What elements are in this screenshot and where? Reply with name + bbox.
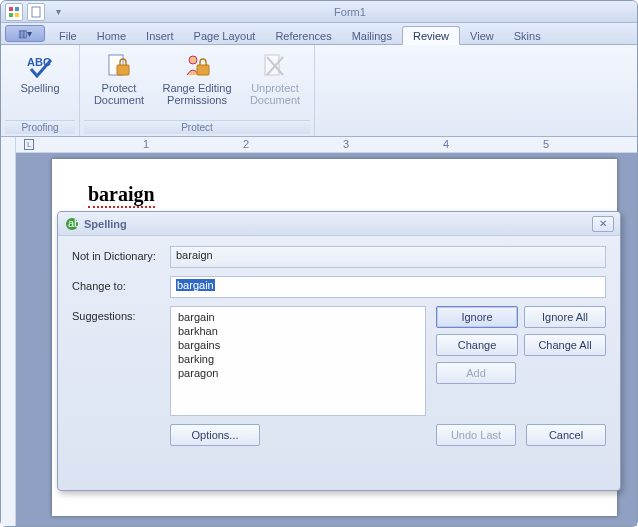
ruler-mark-3: 3	[343, 138, 349, 150]
app-window: ▾ Form1 ▥▾ File Home Insert Page Layout …	[0, 0, 638, 527]
svg-point-8	[189, 56, 197, 64]
dialog-header[interactable]: ab Spelling ✕	[58, 212, 620, 236]
ribbon-group-proofing: ABC Spelling Proofing	[1, 45, 80, 136]
ruler-mark-4: 4	[443, 138, 449, 150]
dialog-body: Not in Dictionary: baraign Change to: ba…	[58, 236, 620, 490]
tab-view[interactable]: View	[460, 27, 504, 44]
protect-doc-icon	[103, 52, 135, 80]
tab-skins[interactable]: Skins	[504, 27, 551, 44]
add-button: Add	[436, 362, 516, 384]
range-editing-label: Range Editing Permissions	[157, 82, 237, 106]
label-change-to: Change to:	[72, 276, 162, 298]
spelling-label: Spelling	[20, 82, 59, 94]
svg-rect-9	[197, 65, 209, 75]
svg-rect-4	[32, 7, 40, 17]
tab-review[interactable]: Review	[402, 26, 460, 45]
change-all-button[interactable]: Change All	[524, 334, 606, 356]
suggestions-list[interactable]: bargain barkhan bargains barking paragon	[170, 306, 426, 416]
horizontal-ruler: L 1 2 3 4 5	[16, 137, 637, 153]
label-suggestions: Suggestions:	[72, 306, 162, 416]
window-title: Form1	[67, 6, 633, 18]
tab-page-layout[interactable]: Page Layout	[184, 27, 266, 44]
dialog-action-buttons: Ignore Ignore All Change Change All Add	[436, 306, 606, 416]
quick-access-toolbar: ▾	[5, 3, 67, 21]
unprotect-doc-label: Unprotect Document	[243, 82, 307, 106]
tab-home[interactable]: Home	[87, 27, 136, 44]
ruler-mark-2: 2	[243, 138, 249, 150]
spellcheck-icon: ABC	[24, 52, 56, 80]
dialog-close-button[interactable]: ✕	[592, 216, 614, 232]
ribbon: ABC Spelling Proofing Protect Document R…	[1, 45, 637, 137]
misspelled-word[interactable]: baraign	[88, 183, 155, 208]
suggestion-item[interactable]: barking	[176, 352, 420, 366]
cancel-button[interactable]: Cancel	[526, 424, 606, 446]
group-label-protect: Protect	[84, 120, 310, 134]
menubar: ▥▾ File Home Insert Page Layout Referenc…	[1, 23, 637, 45]
tab-file[interactable]: File	[49, 27, 87, 44]
protect-document-button[interactable]: Protect Document	[84, 47, 154, 120]
svg-rect-2	[9, 13, 13, 17]
change-button[interactable]: Change	[436, 334, 518, 356]
suggestion-item[interactable]: bargains	[176, 338, 420, 352]
suggestion-item[interactable]: paragon	[176, 366, 420, 380]
qat-new-icon[interactable]	[27, 3, 45, 21]
svg-rect-3	[15, 13, 19, 17]
protect-doc-label: Protect Document	[87, 82, 151, 106]
unprotect-document-button: Unprotect Document	[240, 47, 310, 120]
qat-app-icon[interactable]	[5, 3, 23, 21]
range-editing-icon	[181, 52, 213, 80]
tab-mailings[interactable]: Mailings	[342, 27, 402, 44]
suggestion-item[interactable]: bargain	[176, 310, 420, 324]
spelling-dialog: ab Spelling ✕ Not in Dictionary: baraign…	[57, 211, 621, 491]
suggestion-item[interactable]: barkhan	[176, 324, 420, 338]
change-to-input[interactable]: bargain	[170, 276, 606, 298]
options-button[interactable]: Options...	[170, 424, 260, 446]
dialog-title: Spelling	[84, 218, 592, 230]
undo-last-button: Undo Last	[436, 424, 516, 446]
group-label-proofing: Proofing	[5, 120, 75, 134]
titlebar: ▾ Form1	[1, 1, 637, 23]
unprotect-doc-icon	[259, 52, 291, 80]
svg-rect-0	[9, 7, 13, 11]
qat-dropdown-icon[interactable]: ▾	[49, 3, 67, 21]
ignore-button[interactable]: Ignore	[436, 306, 518, 328]
app-menu-button[interactable]: ▥▾	[5, 25, 45, 42]
ruler-mark-5: 5	[543, 138, 549, 150]
svg-text:ab: ab	[68, 217, 79, 229]
ribbon-group-protect: Protect Document Range Editing Permissio…	[80, 45, 315, 136]
label-not-in-dict: Not in Dictionary:	[72, 246, 162, 268]
not-in-dict-field: baraign	[170, 246, 606, 268]
svg-rect-1	[15, 7, 19, 11]
tab-references[interactable]: References	[265, 27, 341, 44]
vertical-gutter	[1, 137, 16, 526]
tab-insert[interactable]: Insert	[136, 27, 184, 44]
ignore-all-button[interactable]: Ignore All	[524, 306, 606, 328]
dialog-icon: ab	[64, 216, 80, 232]
range-editing-button[interactable]: Range Editing Permissions	[154, 47, 240, 120]
dialog-footer: Options... Undo Last Cancel	[170, 424, 606, 446]
spelling-button[interactable]: ABC Spelling	[5, 47, 75, 120]
svg-rect-7	[117, 65, 129, 75]
ruler-mark-1: 1	[143, 138, 149, 150]
ribbon-tabs: File Home Insert Page Layout References …	[49, 23, 637, 44]
